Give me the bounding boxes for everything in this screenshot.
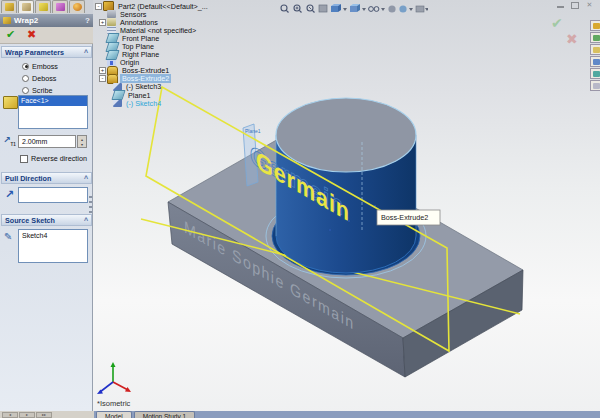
cancel-button[interactable]: ✖: [27, 28, 36, 41]
wrench-icon: [5, 3, 14, 11]
custom-tab[interactable]: [69, 0, 85, 13]
checkbox-box[interactable]: [20, 155, 28, 163]
panel-resize-grip[interactable]: [89, 196, 92, 216]
ok-button[interactable]: ✔: [6, 28, 15, 41]
reverse-direction-checkbox[interactable]: Reverse direction: [20, 154, 87, 163]
featuremanager-tab[interactable]: [1, 0, 17, 13]
annotations-icon: [107, 18, 116, 26]
thickness-input[interactable]: 2.00mm: [18, 135, 76, 148]
cylinder-top-face[interactable]: [276, 98, 416, 172]
pull-direction-header[interactable]: Pull Direction ^: [1, 172, 92, 184]
view-orientation-label: *Isometric: [97, 399, 131, 408]
svg-text:Boss-Extrude2: Boss-Extrude2: [381, 213, 428, 222]
panel-tab-strip: [0, 0, 93, 15]
zoom-area-icon[interactable]: [294, 5, 302, 13]
resources-tab[interactable]: [590, 20, 600, 31]
collapse-icon[interactable]: -: [99, 75, 106, 82]
help-button[interactable]: ?: [85, 16, 90, 25]
appearances-scenes-tab[interactable]: [590, 80, 600, 91]
search-tab[interactable]: [590, 56, 600, 67]
panel-title: Wrap2: [14, 16, 38, 25]
heads-up-toolbar: [278, 2, 428, 17]
sketch-pencil-icon: ✎: [4, 231, 12, 242]
tree-item-sketch4[interactable]: (-) Sketch4: [95, 99, 210, 107]
chevron-up-icon: ^: [84, 175, 88, 182]
radio-dot[interactable]: [22, 63, 29, 70]
panel-title-bar: Wrap2 ?: [0, 14, 93, 27]
expand-icon[interactable]: +: [99, 19, 106, 26]
apply-scene-icon[interactable]: [399, 5, 413, 12]
design-library-tab[interactable]: [590, 32, 600, 43]
confirm-ok-icon[interactable]: ✔: [551, 15, 563, 31]
face-selection-box[interactable]: Face<1>: [18, 95, 88, 129]
section-view-icon[interactable]: [319, 5, 327, 12]
view-orientation-icon[interactable]: [331, 4, 347, 12]
motion-study-tab[interactable]: Motion Study 1: [134, 411, 195, 418]
feature-callout: Boss-Extrude2: [377, 210, 440, 225]
chevron-up-icon: ^: [84, 217, 88, 224]
chevron-up-icon: ^: [84, 49, 88, 56]
feature-manager-tree: - Part2 (Default<<Default>_... Sensors +…: [95, 2, 210, 107]
tab-scroll-buttons[interactable]: ◂ ▸ ▸▸: [0, 411, 94, 418]
property-manager-panel: Wrap2 ? ✔ ✖ Wrap Parameters ^ Emboss Deb…: [0, 0, 93, 411]
scroll-end-icon[interactable]: ▸▸: [36, 412, 52, 418]
thickness-spinner[interactable]: ▴▾: [77, 135, 87, 148]
sketch-point: [348, 220, 350, 222]
scroll-left-icon[interactable]: ◂: [2, 412, 18, 418]
confirm-cancel-icon[interactable]: ✖: [566, 31, 578, 47]
document-tab-bar: ◂ ▸ ▸▸ Model Motion Study 1: [0, 411, 600, 418]
sketch-point: [329, 229, 331, 231]
chain-icon: [39, 3, 48, 11]
edit-appearance-icon[interactable]: [388, 5, 395, 12]
task-pane-strip: [590, 20, 600, 92]
palette-tab[interactable]: [590, 68, 600, 79]
tree-item-part[interactable]: - Part2 (Default<<Default>_...: [95, 2, 210, 10]
deboss-radio[interactable]: Deboss: [22, 73, 56, 83]
previous-view-icon[interactable]: [307, 5, 315, 13]
propertymanager-tab[interactable]: [18, 0, 34, 13]
expand-icon[interactable]: +: [99, 67, 106, 74]
flower-icon: [56, 3, 65, 11]
scroll-right-icon[interactable]: ▸: [19, 412, 35, 418]
model-tab[interactable]: Model: [96, 411, 132, 418]
sketch-icon: [113, 99, 122, 107]
plane1-label: Plane1: [245, 128, 261, 134]
configurationmanager-tab[interactable]: [35, 0, 51, 13]
source-sketch-box[interactable]: Sketch4: [18, 229, 88, 263]
orientation-triad: [97, 362, 131, 394]
hide-show-items-icon[interactable]: [369, 7, 385, 12]
sphere-icon: [73, 3, 82, 11]
solidworks-window: { "window": {"minimize_label":"minimize"…: [0, 0, 600, 418]
wrap-parameters-header[interactable]: Wrap Parameters ^: [1, 46, 92, 58]
pull-direction-arrow-icon: ↗: [5, 188, 14, 201]
confirm-row: ✔ ✖: [0, 27, 93, 44]
window-controls: ✕: [557, 1, 594, 9]
restore-button[interactable]: [571, 1, 580, 9]
pull-direction-selection-box[interactable]: [18, 187, 88, 203]
face-icon: [3, 96, 18, 109]
display-style-icon[interactable]: [350, 4, 366, 12]
collapse-icon[interactable]: -: [95, 3, 102, 10]
tree-item-right-plane[interactable]: Right Plane: [95, 51, 210, 59]
minimize-button[interactable]: [557, 1, 566, 9]
sensors-icon: [107, 10, 116, 18]
zoom-fit-icon[interactable]: [281, 5, 289, 13]
close-button[interactable]: ✕: [585, 1, 594, 9]
source-sketch-header[interactable]: Source Sketch ^: [1, 214, 92, 226]
appearances-tab[interactable]: [52, 0, 68, 13]
thickness-icon: ↗T1: [3, 135, 16, 147]
file-explorer-tab[interactable]: [590, 44, 600, 55]
wrap-feature-icon: [3, 17, 11, 24]
scribe-radio[interactable]: Scribe: [22, 85, 52, 95]
emboss-radio[interactable]: Emboss: [22, 61, 58, 71]
radio-dot[interactable]: [22, 75, 29, 82]
selected-face-entry[interactable]: Face<1>: [19, 96, 87, 106]
radio-dot[interactable]: [22, 87, 29, 94]
property-icon: [22, 3, 31, 11]
view-settings-icon[interactable]: [416, 6, 428, 12]
